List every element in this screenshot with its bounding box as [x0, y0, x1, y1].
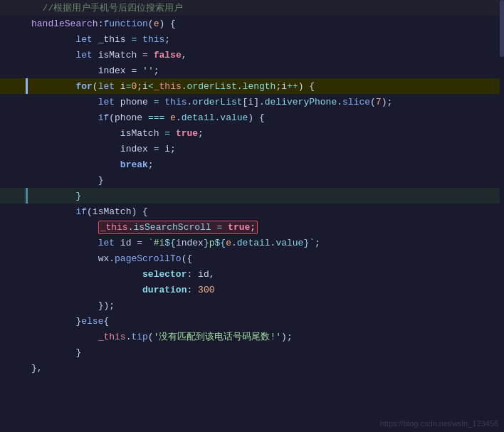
line-text: let id = `#i${index}p${e.detail.value}`; [26, 238, 504, 248]
code-container: //根据用户手机号后四位搜索用户 handleSearch:function(e… [0, 0, 504, 432]
line-let-this: let _this = this; [0, 31, 504, 47]
line-close-for: } [0, 188, 504, 204]
line-handle-search: handleSearch:function(e) { [0, 16, 504, 31]
line-index: index = ''; [0, 63, 504, 78]
line-text: if(isMatch) { [26, 206, 504, 217]
scrollbar[interactable] [500, 0, 504, 432]
line-text: for(let i=0;i<_this.orderList.length;i++… [26, 81, 504, 92]
line-text: } [26, 347, 504, 358]
line-let-phone: let phone = this.orderList[i].deliveryPh… [0, 94, 504, 110]
line-text: duration: 300 [26, 285, 504, 295]
line-issearchscroll: _this.isSearchScroll = true; [0, 219, 504, 235]
blue-accent [26, 188, 28, 204]
line-text: let _this = this; [26, 34, 504, 45]
line-text: _this.tip('没有匹配到该电话号码尾数!'); [26, 330, 504, 343]
line-text: }); [26, 300, 504, 311]
line-text: if(phone === e.detail.value) { [26, 112, 504, 123]
line-duration: duration: 300 [0, 282, 504, 297]
line-text: break; [26, 159, 504, 170]
line-let-id: let id = `#i${index}p${e.detail.value}`; [0, 235, 504, 251]
line-close-brace-1: } [0, 172, 504, 188]
line-text: isMatch = true; [26, 128, 504, 139]
code-area: //根据用户手机号后四位搜索用户 handleSearch:function(e… [0, 0, 504, 376]
line-text: wx.pageScrollTo({ [26, 253, 504, 264]
line-text: } [26, 175, 504, 186]
line-text: } [26, 191, 504, 201]
line-selector: selector: id, [0, 266, 504, 282]
line-text: _this.isSearchScroll = true; [26, 222, 504, 233]
line-text: selector: id, [26, 269, 504, 280]
line-text: }else{ [26, 316, 504, 327]
line-text: let phone = this.orderList[i].deliveryPh… [26, 97, 504, 107]
line-close-paren: }); [0, 297, 504, 313]
line-tip-call: _this.tip('没有匹配到该电话号码尾数!'); [0, 329, 504, 344]
line-else: }else{ [0, 313, 504, 329]
line-break: break; [0, 157, 504, 172]
line-text: index = ''; [26, 65, 504, 76]
line-text: handleSearch:function(e) { [26, 19, 504, 29]
line-let-ismatch: let isMatch = false, [0, 47, 504, 63]
line-close-else: } [0, 344, 504, 360]
line-text: }, [26, 363, 504, 374]
watermark: https://blog.csdn.net/wsln_123456 [380, 419, 498, 428]
line-index-i: index = i; [0, 141, 504, 157]
line-text: //根据用户手机号后四位搜索用户 [26, 1, 504, 14]
line-if-ismatch: if(isMatch) { [0, 204, 504, 219]
left-accent [26, 78, 28, 94]
scroll-thumb[interactable] [500, 0, 504, 57]
line-text: index = i; [26, 144, 504, 154]
line-if-phone: if(phone === e.detail.value) { [0, 110, 504, 125]
line-wx-pagescrollto: wx.pageScrollTo({ [0, 251, 504, 266]
line-text: let isMatch = false, [26, 50, 504, 60]
line-for-loop: for(let i=0;i<_this.orderList.length;i++… [0, 78, 504, 94]
line-final-close: }, [0, 360, 504, 376]
line-ismatch-true: isMatch = true; [0, 125, 504, 141]
line-comment: //根据用户手机号后四位搜索用户 [0, 0, 504, 16]
